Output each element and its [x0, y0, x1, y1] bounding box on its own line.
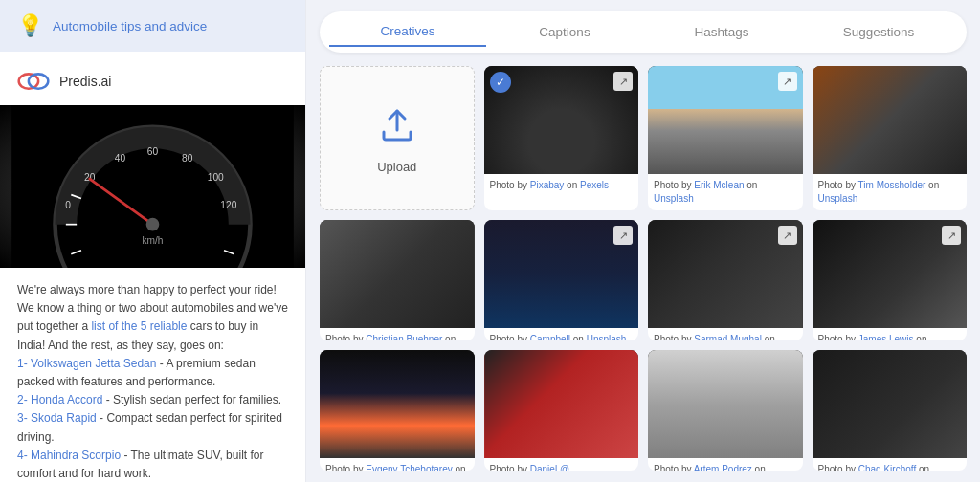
svg-text:0: 0 — [65, 200, 71, 210]
external-link-icon[interactable]: ↗ — [613, 226, 633, 245]
svg-text:40: 40 — [115, 153, 126, 164]
svg-text:80: 80 — [182, 153, 193, 164]
list-item[interactable]: Photo by Christian Buehner on Unsplash — [320, 220, 475, 340]
svg-text:60: 60 — [147, 146, 159, 157]
image-caption: Photo by Daniel @ Bestjumpstarterreview.… — [484, 458, 639, 471]
list-item[interactable]: Photo by Artem Podrez on Pexels — [648, 350, 803, 471]
list-item[interactable]: Photo by Daniel @ Bestjumpstarterreview.… — [484, 350, 639, 471]
list-item[interactable]: ✓ ↗ Photo by Pixabay on Pexels — [484, 66, 639, 210]
description-text: We're always more than happy to perfect … — [0, 268, 305, 482]
external-link-icon[interactable]: ↗ — [613, 72, 633, 91]
tab-captions[interactable]: Captions — [486, 18, 643, 46]
left-panel: 💡 Automobile tips and advice Predis.ai — [0, 0, 306, 482]
list-item[interactable]: ↗ Photo by Campbell on Unsplash — [484, 220, 639, 340]
image-caption: Photo by Chad Kirchoff on Unsplash — [813, 458, 968, 471]
brand-logo-icon — [17, 65, 50, 98]
tab-creatives[interactable]: Creatives — [329, 17, 486, 47]
brand-row: Predis.ai — [0, 52, 305, 105]
svg-text:100: 100 — [208, 172, 224, 183]
list-item[interactable]: ↗ Photo by Erik Mclean on Unsplash — [648, 66, 803, 210]
preview-image: 0 20 40 60 80 100 120 km/h — [0, 105, 305, 268]
speedometer-icon: 0 20 40 60 80 100 120 km/h — [0, 105, 305, 268]
bulb-icon: 💡 — [17, 13, 43, 38]
tab-suggestions[interactable]: Suggestions — [800, 18, 957, 46]
right-panel: Creatives Captions Hashtags Suggestions … — [306, 0, 980, 482]
upload-icon — [376, 103, 418, 154]
image-caption: Photo by Artem Podrez on Pexels — [648, 458, 803, 471]
svg-text:km/h: km/h — [142, 235, 163, 246]
list-item[interactable]: ↗ Photo by James Lewis on Unsplash — [813, 220, 968, 340]
image-caption: Photo by Evgeny Tchebotarev on Unsplash — [320, 458, 475, 471]
list-item[interactable]: Photo by Chad Kirchoff on Unsplash — [813, 350, 968, 471]
image-caption: Photo by Christian Buehner on Unsplash — [320, 328, 475, 340]
list-item[interactable]: Photo by Evgeny Tchebotarev on Unsplash — [320, 350, 475, 471]
image-caption: Photo by Erik Mclean on Unsplash — [648, 174, 803, 210]
image-caption: Photo by Tim Mossholder on Unsplash — [813, 174, 968, 210]
external-link-icon[interactable]: ↗ — [942, 226, 961, 245]
image-caption: Photo by Sarmad Mughal on Pexels — [648, 328, 803, 340]
left-title: Automobile tips and advice — [53, 19, 207, 33]
external-link-icon[interactable]: ↗ — [778, 72, 797, 91]
check-badge-icon: ✓ — [490, 72, 511, 93]
brand-name: Predis.ai — [59, 74, 111, 89]
image-caption: Photo by Pixabay on Pexels — [484, 174, 639, 197]
upload-label: Upload — [377, 160, 416, 174]
list-item[interactable]: ↗ Photo by Sarmad Mughal on Pexels — [648, 220, 803, 340]
external-link-icon[interactable]: ↗ — [778, 226, 797, 245]
list-item[interactable]: Photo by Tim Mossholder on Unsplash — [813, 66, 968, 210]
left-header: 💡 Automobile tips and advice — [0, 0, 305, 52]
tab-hashtags[interactable]: Hashtags — [643, 18, 800, 46]
image-caption: Photo by Campbell on Unsplash — [484, 328, 639, 340]
tabs-bar: Creatives Captions Hashtags Suggestions — [320, 11, 967, 53]
svg-text:120: 120 — [220, 200, 236, 210]
upload-cell[interactable]: Upload — [320, 66, 475, 210]
image-caption: Photo by James Lewis on Unsplash — [813, 328, 968, 340]
grid-area: Upload ✓ ↗ Photo by Pixabay on Pexels ↗ … — [320, 66, 967, 471]
svg-point-22 — [146, 218, 160, 231]
